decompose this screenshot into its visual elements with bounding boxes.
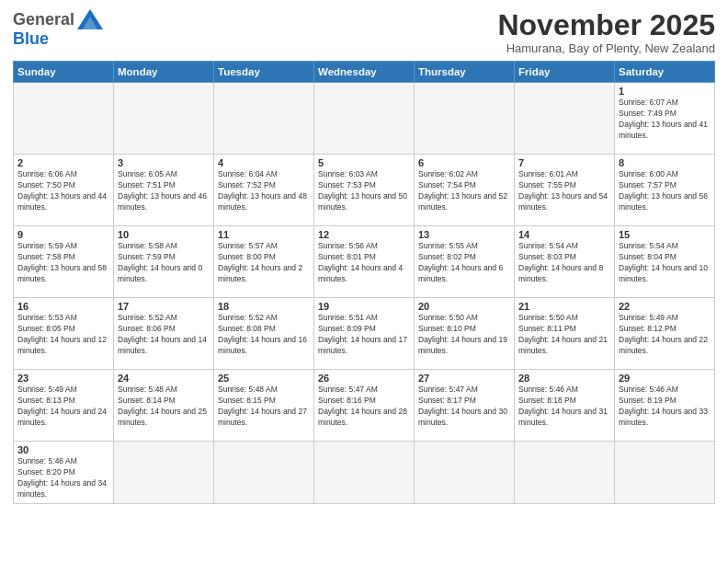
header-sunday: Sunday xyxy=(14,62,114,83)
day-number-26: 26 xyxy=(318,373,410,384)
logo-icon xyxy=(77,9,103,29)
day-info-1: Sunrise: 6:07 AM Sunset: 7:49 PM Dayligh… xyxy=(619,98,711,142)
day-number-11: 11 xyxy=(218,229,310,240)
day-29: 29 Sunrise: 5:46 AMSunset: 8:19 PMDaylig… xyxy=(615,370,715,442)
empty-cell xyxy=(114,442,214,504)
empty-cell xyxy=(515,83,615,155)
day-25: 25 Sunrise: 5:48 AMSunset: 8:15 PMDaylig… xyxy=(214,370,314,442)
day-1: 1 Sunrise: 6:07 AM Sunset: 7:49 PM Dayli… xyxy=(615,83,715,155)
day-28: 28 Sunrise: 5:46 AMSunset: 8:18 PMDaylig… xyxy=(515,370,615,442)
week-row-6: 30 Sunrise: 5:46 AMSunset: 8:20 PMDaylig… xyxy=(14,442,715,504)
header-tuesday: Tuesday xyxy=(214,62,314,83)
day-19: 19 Sunrise: 5:51 AMSunset: 8:09 PMDaylig… xyxy=(314,298,415,370)
day-number-12: 12 xyxy=(318,229,410,240)
day-4: 4 Sunrise: 6:04 AMSunset: 7:52 PMDayligh… xyxy=(214,155,314,226)
empty-cell xyxy=(214,83,314,155)
logo: General xyxy=(13,9,103,29)
day-number-18: 18 xyxy=(218,301,310,312)
day-number-14: 14 xyxy=(518,229,610,240)
page: General Blue November 2025 Hamurana, Bay… xyxy=(0,0,728,563)
day-30: 30 Sunrise: 5:46 AMSunset: 8:20 PMDaylig… xyxy=(14,442,114,504)
day-9: 9 Sunrise: 5:59 AMSunset: 7:58 PMDayligh… xyxy=(14,226,114,298)
day-21: 21 Sunrise: 5:50 AMSunset: 8:11 PMDaylig… xyxy=(515,298,615,370)
logo-blue-text: Blue xyxy=(13,29,49,49)
day-11: 11 Sunrise: 5:57 AMSunset: 8:00 PMDaylig… xyxy=(214,226,314,298)
day-number-24: 24 xyxy=(118,373,210,384)
empty-cell xyxy=(314,442,415,504)
day-3: 3 Sunrise: 6:05 AMSunset: 7:51 PMDayligh… xyxy=(114,155,214,226)
location-subtitle: Hamurana, Bay of Plenty, New Zealand xyxy=(497,41,715,55)
month-title: November 2025 xyxy=(497,9,715,41)
day-number-27: 27 xyxy=(418,373,510,384)
day-20: 20 Sunrise: 5:50 AMSunset: 8:10 PMDaylig… xyxy=(415,298,515,370)
header-monday: Monday xyxy=(114,62,214,83)
day-number-7: 7 xyxy=(518,157,610,168)
title-area: November 2025 Hamurana, Bay of Plenty, N… xyxy=(497,9,715,55)
day-24: 24 Sunrise: 5:48 AMSunset: 8:14 PMDaylig… xyxy=(114,370,214,442)
day-13: 13 Sunrise: 5:55 AMSunset: 8:02 PMDaylig… xyxy=(415,226,515,298)
day-18: 18 Sunrise: 5:52 AMSunset: 8:08 PMDaylig… xyxy=(214,298,314,370)
day-number-1: 1 xyxy=(619,86,711,97)
day-number-9: 9 xyxy=(17,229,109,240)
day-number-25: 25 xyxy=(218,373,310,384)
weekday-header-row: Sunday Monday Tuesday Wednesday Thursday… xyxy=(14,62,715,83)
day-number-29: 29 xyxy=(619,373,711,384)
day-12: 12 Sunrise: 5:56 AMSunset: 8:01 PMDaylig… xyxy=(314,226,415,298)
empty-cell xyxy=(14,83,114,155)
day-number-15: 15 xyxy=(619,229,711,240)
day-number-4: 4 xyxy=(218,157,310,168)
day-number-2: 2 xyxy=(17,157,109,168)
day-2: 2 Sunrise: 6:06 AMSunset: 7:50 PMDayligh… xyxy=(14,155,114,226)
day-number-20: 20 xyxy=(418,301,510,312)
day-number-6: 6 xyxy=(418,157,510,168)
day-17: 17 Sunrise: 5:52 AMSunset: 8:06 PMDaylig… xyxy=(114,298,214,370)
day-15: 15 Sunrise: 5:54 AMSunset: 8:04 PMDaylig… xyxy=(615,226,715,298)
day-number-3: 3 xyxy=(118,157,210,168)
day-number-19: 19 xyxy=(318,301,410,312)
day-8: 8 Sunrise: 6:00 AMSunset: 7:57 PMDayligh… xyxy=(615,155,715,226)
calendar-table: Sunday Monday Tuesday Wednesday Thursday… xyxy=(13,61,715,504)
day-number-22: 22 xyxy=(619,301,711,312)
empty-cell xyxy=(214,442,314,504)
day-number-17: 17 xyxy=(118,301,210,312)
day-10: 10 Sunrise: 5:58 AMSunset: 7:59 PMDaylig… xyxy=(114,226,214,298)
day-number-8: 8 xyxy=(619,157,711,168)
day-27: 27 Sunrise: 5:47 AMSunset: 8:17 PMDaylig… xyxy=(415,370,515,442)
day-7: 7 Sunrise: 6:01 AMSunset: 7:55 PMDayligh… xyxy=(515,155,615,226)
week-row-2: 2 Sunrise: 6:06 AMSunset: 7:50 PMDayligh… xyxy=(14,155,715,226)
empty-cell xyxy=(615,442,715,504)
empty-cell xyxy=(114,83,214,155)
week-row-5: 23 Sunrise: 5:49 AMSunset: 8:13 PMDaylig… xyxy=(14,370,715,442)
week-row-3: 9 Sunrise: 5:59 AMSunset: 7:58 PMDayligh… xyxy=(14,226,715,298)
day-number-13: 13 xyxy=(418,229,510,240)
header-saturday: Saturday xyxy=(615,62,715,83)
day-number-16: 16 xyxy=(17,301,109,312)
day-5: 5 Sunrise: 6:03 AMSunset: 7:53 PMDayligh… xyxy=(314,155,415,226)
logo-general-text: General xyxy=(13,10,74,29)
day-number-23: 23 xyxy=(17,373,109,384)
week-row-4: 16 Sunrise: 5:53 AMSunset: 8:05 PMDaylig… xyxy=(14,298,715,370)
header-thursday: Thursday xyxy=(415,62,515,83)
day-26: 26 Sunrise: 5:47 AMSunset: 8:16 PMDaylig… xyxy=(314,370,415,442)
empty-cell xyxy=(415,83,515,155)
empty-cell xyxy=(314,83,415,155)
empty-cell xyxy=(515,442,615,504)
day-number-28: 28 xyxy=(518,373,610,384)
header-friday: Friday xyxy=(515,62,615,83)
week-row-1: 1 Sunrise: 6:07 AM Sunset: 7:49 PM Dayli… xyxy=(14,83,715,155)
day-number-30: 30 xyxy=(17,444,109,455)
logo-area: General Blue xyxy=(13,9,103,49)
day-16: 16 Sunrise: 5:53 AMSunset: 8:05 PMDaylig… xyxy=(14,298,114,370)
empty-cell xyxy=(415,442,515,504)
header-wednesday: Wednesday xyxy=(314,62,415,83)
day-6: 6 Sunrise: 6:02 AMSunset: 7:54 PMDayligh… xyxy=(415,155,515,226)
day-number-21: 21 xyxy=(518,301,610,312)
day-number-10: 10 xyxy=(118,229,210,240)
header: General Blue November 2025 Hamurana, Bay… xyxy=(13,9,715,55)
day-number-5: 5 xyxy=(318,157,410,168)
day-22: 22 Sunrise: 5:49 AMSunset: 8:12 PMDaylig… xyxy=(615,298,715,370)
day-14: 14 Sunrise: 5:54 AMSunset: 8:03 PMDaylig… xyxy=(515,226,615,298)
day-23: 23 Sunrise: 5:49 AMSunset: 8:13 PMDaylig… xyxy=(14,370,114,442)
